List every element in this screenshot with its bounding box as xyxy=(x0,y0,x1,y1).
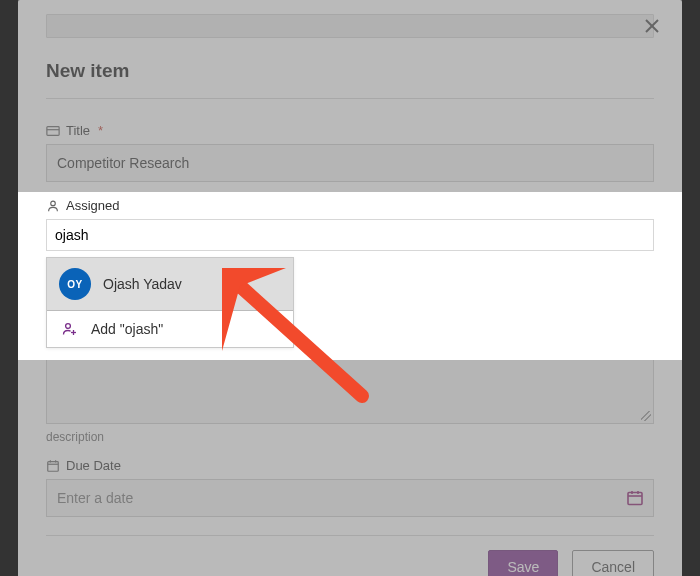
title-label-text: Title xyxy=(66,123,90,138)
card-icon xyxy=(46,124,60,138)
due-date-label: Due Date xyxy=(46,458,654,473)
svg-point-13 xyxy=(66,324,71,329)
assigned-label: Assigned xyxy=(46,198,654,213)
assigned-label-text: Assigned xyxy=(66,198,119,213)
header-strip xyxy=(46,14,654,38)
suggestion-name: Ojash Yadav xyxy=(103,276,182,292)
suggestion-add-label: Add "ojash" xyxy=(91,321,163,337)
description-textarea[interactable] xyxy=(46,354,654,424)
due-date-field: Due Date xyxy=(46,458,654,517)
calendar-small-icon xyxy=(46,459,60,473)
assigned-input[interactable] xyxy=(46,219,654,251)
person-icon xyxy=(46,199,60,213)
assigned-field-panel: Assigned OY Ojash Yadav Add "ojash" xyxy=(18,192,682,360)
cancel-button[interactable]: Cancel xyxy=(572,550,654,576)
dialog-footer: Save Cancel xyxy=(18,536,682,576)
title-label: Title * xyxy=(46,123,654,138)
dialog-title: New item xyxy=(46,46,654,99)
svg-point-12 xyxy=(51,201,56,206)
title-input[interactable] xyxy=(46,144,654,182)
svg-rect-0 xyxy=(47,126,59,135)
due-date-input[interactable] xyxy=(46,479,654,517)
calendar-picker-icon[interactable] xyxy=(626,489,644,507)
svg-rect-6 xyxy=(628,493,642,505)
due-date-label-text: Due Date xyxy=(66,458,121,473)
avatar: OY xyxy=(59,268,91,300)
svg-rect-2 xyxy=(48,461,59,471)
person-add-icon xyxy=(61,321,77,337)
assigned-suggestions: OY Ojash Yadav Add "ojash" xyxy=(46,257,294,348)
title-field: Title * xyxy=(46,123,654,182)
save-button[interactable]: Save xyxy=(488,550,558,576)
suggestion-row-ojash-yadav[interactable]: OY Ojash Yadav xyxy=(47,258,293,311)
description-helper: description xyxy=(46,430,654,444)
required-asterisk: * xyxy=(98,123,103,138)
suggestion-add-new[interactable]: Add "ojash" xyxy=(47,311,293,347)
close-icon[interactable] xyxy=(642,16,662,36)
